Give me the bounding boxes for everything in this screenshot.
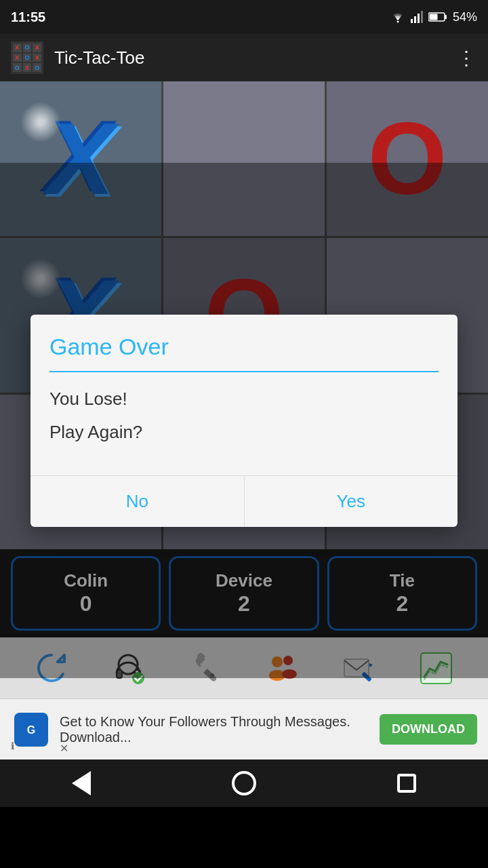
modal-overlay: Game Over You Lose! Play Again? No Yes (0, 163, 488, 678)
ad-download-button[interactable]: DOWNLOAD (380, 714, 477, 745)
svg-rect-2 (414, 16, 416, 23)
modal-buttons: No Yes (30, 475, 458, 527)
nav-home-button[interactable] (224, 763, 264, 804)
signal-icon (411, 11, 423, 23)
overflow-menu-icon[interactable]: ⋮ (457, 47, 477, 69)
ad-dismiss-button[interactable]: ✕ (60, 742, 68, 755)
battery-icon (428, 12, 447, 22)
modal-question: Play Again? (49, 422, 439, 443)
back-icon (72, 771, 91, 795)
no-button[interactable]: No (30, 476, 245, 527)
status-time: 11:55 (11, 9, 45, 25)
ad-text: Get to Know Your Followers Through Messa… (60, 714, 350, 745)
sparkle-effect (20, 102, 61, 142)
modal-message: You Lose! (49, 389, 439, 410)
svg-rect-6 (445, 15, 447, 19)
wifi-icon (390, 11, 405, 23)
status-icons: 54% (390, 10, 477, 24)
app-title: Tic-Tac-Toe (54, 47, 457, 68)
nav-back-button[interactable] (61, 763, 102, 804)
recent-icon (397, 774, 416, 793)
svg-rect-7 (429, 14, 437, 20)
home-icon (232, 771, 256, 795)
svg-point-0 (396, 21, 399, 23)
game-area: X O X O O Game Over You Lose! Play Again… (0, 81, 488, 549)
ad-app-icon: G (14, 713, 48, 747)
nav-bar (0, 760, 488, 807)
game-over-dialog: Game Over You Lose! Play Again? No Yes (30, 315, 458, 527)
app-icon: X O X X O X O X O (11, 41, 43, 74)
nav-recent-button[interactable] (386, 763, 427, 804)
svg-rect-1 (411, 19, 413, 23)
yes-button[interactable]: Yes (245, 476, 458, 527)
svg-rect-3 (418, 14, 420, 23)
battery-percentage: 54% (453, 10, 477, 24)
svg-text:G: G (27, 724, 35, 736)
modal-title: Game Over (30, 315, 458, 371)
app-bar: X O X X O X O X O Tic-Tac-Toe ⋮ (0, 34, 488, 81)
svg-rect-4 (421, 11, 423, 23)
ad-info-icon[interactable]: ℹ (11, 741, 14, 751)
ad-bar: G ℹ Get to Know Your Followers Through M… (0, 698, 488, 760)
modal-body: You Lose! Play Again? (30, 372, 458, 462)
status-bar: 11:55 54% (0, 0, 488, 34)
